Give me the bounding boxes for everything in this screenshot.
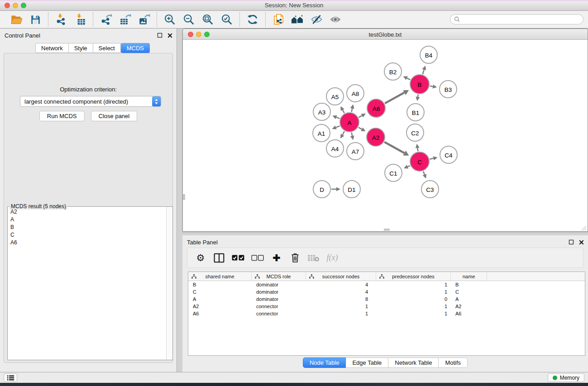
- apply-layout-icon[interactable]: [246, 13, 259, 26]
- zoom-out-icon[interactable]: [182, 13, 196, 26]
- graph-edge-B-B4[interactable]: [422, 66, 426, 74]
- tab-mcds[interactable]: MCDS: [121, 43, 150, 53]
- graph-node-D1[interactable]: D1: [343, 181, 360, 198]
- graph-edge-B-B1[interactable]: [416, 95, 420, 101]
- graph-node-D[interactable]: D: [313, 181, 330, 198]
- close-table-panel-icon[interactable]: [578, 239, 584, 245]
- table-row[interactable]: Adominator80A: [188, 295, 585, 303]
- search-input[interactable]: [460, 15, 583, 24]
- network-canvas[interactable]: B4B2BB3A8A5A6A3B1AA1C2A2A4A7C4CC1C3DD1: [183, 40, 588, 231]
- column-header-mcds-role[interactable]: MCDS role: [252, 272, 306, 281]
- add-column-icon[interactable]: ✚: [271, 252, 282, 264]
- import-network-icon[interactable]: [54, 13, 68, 26]
- show-all-icon[interactable]: [329, 13, 342, 26]
- graph-edge-B-B2[interactable]: [403, 76, 411, 80]
- memory-button[interactable]: Memory: [548, 373, 584, 382]
- graph-node-A4[interactable]: A4: [326, 140, 344, 157]
- zoom-in-icon[interactable]: [163, 13, 177, 26]
- column-settings-icon[interactable]: ⚙: [195, 252, 206, 264]
- graph-edge-A-A8[interactable]: [350, 104, 354, 112]
- optimization-criterion-dropdown[interactable]: largest connected component (directed): [20, 96, 161, 107]
- zoom-selected-icon[interactable]: [220, 13, 234, 26]
- graph-node-C1[interactable]: C1: [385, 164, 402, 181]
- run-mcds-button[interactable]: Run MCDS: [39, 111, 85, 121]
- network-window-titlebar[interactable]: testGlobe.txt: [183, 29, 588, 40]
- graph-edge-A-A4[interactable]: [340, 131, 344, 138]
- table-row[interactable]: Bdominator41B: [188, 281, 585, 288]
- column-header-shared-name[interactable]: shared name: [188, 272, 252, 281]
- graph-node-C[interactable]: C: [410, 152, 429, 171]
- graph-edge-D-D1[interactable]: [331, 187, 340, 191]
- graph-node-B2[interactable]: B2: [384, 63, 402, 80]
- graph-edge-A2-C[interactable]: [384, 142, 409, 156]
- zoom-fit-icon[interactable]: [201, 13, 215, 26]
- graph-node-A5[interactable]: A5: [326, 88, 344, 105]
- canvas-scrollbar-left[interactable]: [183, 194, 185, 200]
- graph-edge-A-A3[interactable]: [332, 115, 339, 119]
- new-network-from-selection-icon[interactable]: [272, 13, 285, 26]
- result-scrollbar[interactable]: [166, 207, 172, 360]
- delete-table-icon[interactable]: [308, 252, 320, 264]
- first-neighbors-icon[interactable]: [291, 13, 304, 26]
- deselect-all-columns-icon[interactable]: [251, 252, 264, 264]
- graph-node-B4[interactable]: B4: [420, 46, 437, 63]
- graph-node-C2[interactable]: C2: [406, 124, 424, 141]
- export-table-icon[interactable]: [118, 13, 132, 26]
- table-row[interactable]: A2connector11A2: [188, 303, 585, 310]
- column-header-successor-nodes[interactable]: successor nodes: [306, 272, 376, 281]
- save-session-icon[interactable]: [29, 13, 42, 26]
- graph-node-B3[interactable]: B3: [440, 81, 457, 98]
- canvas-scrollbar-bottom[interactable]: [384, 229, 390, 231]
- apply-function-icon[interactable]: f(x): [326, 252, 338, 264]
- graph-edge-A-A2[interactable]: [359, 127, 365, 131]
- export-image-icon[interactable]: [137, 13, 151, 26]
- graph-edge-C-C2[interactable]: [416, 144, 420, 152]
- close-panel-button[interactable]: Close panel: [91, 111, 138, 121]
- graph-node-C3[interactable]: C3: [421, 181, 439, 198]
- column-header-name[interactable]: name: [451, 272, 487, 281]
- tab-style[interactable]: Style: [69, 43, 93, 53]
- float-panel-icon[interactable]: [157, 32, 163, 38]
- graph-node-A6[interactable]: A6: [367, 99, 385, 117]
- export-network-icon[interactable]: [99, 13, 113, 26]
- close-panel-icon[interactable]: [167, 32, 173, 38]
- table-row[interactable]: Cdominator41C: [188, 288, 585, 295]
- graph-edge-A-A7[interactable]: [350, 133, 354, 140]
- graph-node-C4[interactable]: C4: [440, 146, 457, 163]
- tab-node-table[interactable]: Node Table: [303, 357, 346, 368]
- tab-network-table[interactable]: Network Table: [388, 357, 439, 368]
- list-item[interactable]: B: [8, 224, 166, 231]
- graph-node-B1[interactable]: B1: [407, 104, 424, 121]
- select-all-columns-icon[interactable]: [232, 252, 244, 264]
- list-item[interactable]: A: [8, 216, 166, 224]
- tab-select[interactable]: Select: [93, 43, 121, 53]
- graph-edge-A-A5[interactable]: [340, 106, 344, 113]
- show-column-panel-icon[interactable]: [213, 252, 225, 264]
- graph-edge-A6-B[interactable]: [385, 90, 409, 103]
- graph-node-A[interactable]: A: [340, 113, 359, 132]
- task-history-button[interactable]: [4, 373, 17, 382]
- table-row[interactable]: A6connector11A6: [188, 310, 585, 317]
- graph-edge-A-A6[interactable]: [359, 114, 366, 117]
- graph-node-A8[interactable]: A8: [347, 85, 364, 102]
- graph-node-B[interactable]: B: [410, 75, 429, 94]
- tab-edge-table[interactable]: Edge Table: [346, 357, 388, 368]
- column-header-predecessor-nodes[interactable]: predecessor nodes: [376, 272, 451, 281]
- tab-motifs[interactable]: Motifs: [439, 357, 468, 368]
- graph-node-A1[interactable]: A1: [313, 124, 330, 142]
- float-table-panel-icon[interactable]: [568, 239, 574, 245]
- graph-edge-B-B3[interactable]: [430, 85, 437, 89]
- list-item[interactable]: A2: [8, 208, 166, 216]
- graph-edge-C-C1[interactable]: [404, 165, 410, 168]
- network-graph[interactable]: B4B2BB3A8A5A6A3B1AA1C2A2A4A7C4CC1C3DD1: [183, 40, 588, 231]
- mcds-result-list[interactable]: A2ABCA6: [8, 208, 166, 360]
- graph-edge-A-A1[interactable]: [332, 125, 339, 129]
- list-item[interactable]: A6: [8, 239, 166, 247]
- import-table-icon[interactable]: [73, 13, 87, 26]
- delete-column-icon[interactable]: [289, 252, 301, 264]
- graph-edge-C-C4[interactable]: [430, 156, 437, 160]
- search-box[interactable]: [450, 14, 583, 24]
- hide-selected-icon[interactable]: [310, 13, 323, 26]
- tab-network[interactable]: Network: [35, 43, 69, 53]
- graph-node-A3[interactable]: A3: [313, 103, 330, 120]
